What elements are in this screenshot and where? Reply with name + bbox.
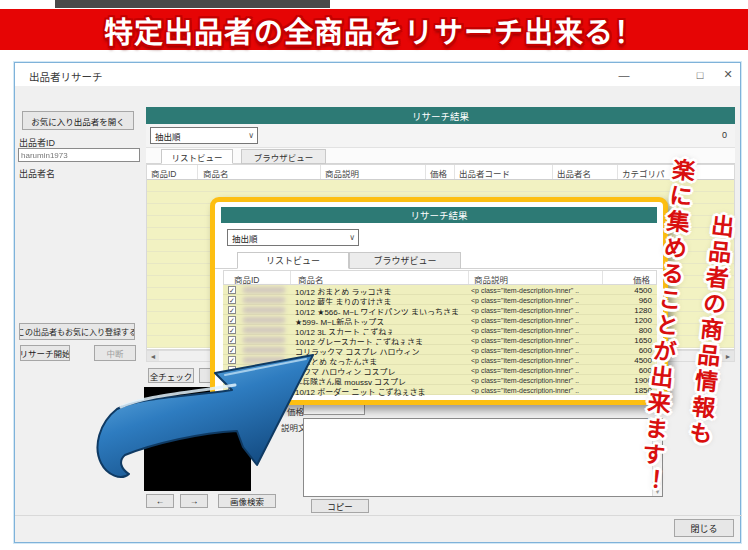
row-checkbox-checked-icon[interactable]: ✓	[228, 316, 236, 324]
col-product-desc: 商品説明	[474, 273, 508, 285]
top-banner: 特定出品者の全商品をリサーチ出来る！	[0, 9, 748, 50]
blurred-product-id	[243, 307, 285, 313]
chevron-down-icon: ∨	[248, 128, 254, 143]
results-table-header: 商品ID 商品名 商品説明 価格 出品者コード 出品者名 カテゴリパ	[147, 165, 734, 180]
product-desc-cell: <p class="item-description-inner" ..	[471, 357, 599, 364]
blurred-product-id	[243, 327, 285, 333]
col-product-id: 商品ID	[234, 273, 260, 285]
product-desc-cell: <p class="item-description-inner" ..	[471, 337, 599, 344]
table-row[interactable]	[147, 180, 734, 192]
result-count: 0	[705, 130, 727, 140]
col-product-name: 商品名	[203, 167, 229, 179]
image-search-button[interactable]: 画像検索	[218, 494, 276, 508]
overlay-tabstrip: リストビュー ブラウザビュー	[215, 251, 663, 269]
col-seller-name: 出品者名	[557, 167, 591, 179]
seller-id-input[interactable]	[18, 148, 140, 162]
results-header: リサーチ結果	[146, 107, 735, 124]
copy-button[interactable]: コピー	[311, 499, 369, 513]
blurred-product-id	[243, 297, 285, 303]
prev-image-button[interactable]: ←	[146, 494, 174, 508]
banner-title: 特定出品者の全商品をリサーチ出来る！	[104, 9, 644, 51]
col-price: 価格	[430, 167, 447, 179]
overlay-table-row[interactable]: ✓★599- M~L新品トップス<p class="item-descripti…	[223, 315, 657, 325]
top-edge-strip	[55, 0, 330, 8]
blurred-product-id	[243, 287, 285, 293]
product-desc-cell: <p class="item-description-inner" ..	[471, 297, 599, 304]
col-seller-code: 出品者コード	[459, 167, 510, 179]
overlay-table-row[interactable]: ✓10/12 3L スカート こずねぇ<p class="item-descri…	[223, 325, 657, 335]
product-desc-cell: <p class="item-description-inner" ..	[471, 307, 599, 314]
sort-dropdown-value: 抽出順	[155, 130, 181, 142]
product-desc-cell: <p class="item-description-inner" ..	[471, 367, 599, 374]
research-start-button[interactable]: リサーチ開始	[20, 345, 70, 361]
overlay-table-row[interactable]: ✓10/12 ★566- M~L ワイドパンツ まいっちさま<p class="…	[223, 305, 657, 315]
product-price-cell: 4500	[634, 286, 652, 295]
seller-name-label: 出品者名	[19, 167, 55, 180]
overlay-table-header: 商品ID 商品名 商品説明 価格	[223, 270, 657, 285]
overlay-tab-list-view[interactable]: リストビュー	[237, 252, 349, 269]
sort-dropdown[interactable]: 抽出順 ∨	[150, 127, 258, 144]
overlay-table-row[interactable]: ✓10/12 蔵生 まりのすけさま<p class="item-descript…	[223, 295, 657, 305]
chevron-down-icon: ∨	[349, 230, 355, 245]
product-desc-cell: <p class="item-description-inner" ..	[471, 287, 599, 294]
close-button[interactable]: 閉じる	[674, 519, 734, 537]
overlay-sort-value: 抽出順	[232, 232, 258, 244]
callout-arrow	[85, 335, 365, 495]
tab-browser-view[interactable]: ブラウザビュー	[241, 149, 326, 164]
col-price: 価格	[633, 273, 650, 285]
window-titlebar: 出品者リサーチ — □ ✕	[15, 63, 740, 86]
close-icon[interactable]: ✕	[715, 66, 741, 83]
row-checkbox-checked-icon[interactable]: ✓	[228, 326, 236, 334]
overlay-tab-browser-view[interactable]: ブラウザビュー	[349, 252, 461, 269]
row-checkbox-checked-icon[interactable]: ✓	[228, 286, 236, 294]
col-product-id: 商品ID	[151, 167, 177, 179]
overlay-table-row[interactable]: ✓10/12 おまとめ ラッコさま<p class="item-descript…	[223, 285, 657, 295]
overlay-sort-dropdown[interactable]: 抽出順 ∨	[227, 229, 359, 246]
row-checkbox-checked-icon[interactable]: ✓	[228, 306, 236, 314]
open-favorites-button[interactable]: お気に入り出品者を開く	[22, 111, 134, 130]
bottom-divider	[15, 515, 742, 516]
window-title: 出品者リサーチ	[29, 69, 103, 84]
col-category: カテゴリパ	[622, 167, 665, 179]
minimize-icon[interactable]: —	[611, 66, 637, 83]
col-product-desc: 商品説明	[325, 167, 359, 179]
product-desc-cell: <p class="item-description-inner" ..	[471, 317, 599, 324]
product-desc-cell: <p class="item-description-inner" ..	[471, 327, 599, 334]
blurred-product-id	[243, 317, 285, 323]
results-tabstrip: リストビュー ブラウザビュー	[146, 148, 735, 164]
overlay-results-header: リサーチ結果	[221, 207, 657, 223]
row-checkbox-checked-icon[interactable]: ✓	[228, 296, 236, 304]
next-image-button[interactable]: →	[180, 494, 208, 508]
col-product-name: 商品名	[298, 273, 324, 285]
tab-list-view[interactable]: リストビュー	[161, 149, 233, 164]
product-desc-cell: <p class="item-description-inner" ..	[471, 377, 599, 384]
product-desc-cell: <p class="item-description-inner" ..	[471, 387, 599, 394]
product-desc-cell: <p class="item-description-inner" ..	[471, 347, 599, 354]
maximize-icon[interactable]: □	[687, 66, 713, 83]
